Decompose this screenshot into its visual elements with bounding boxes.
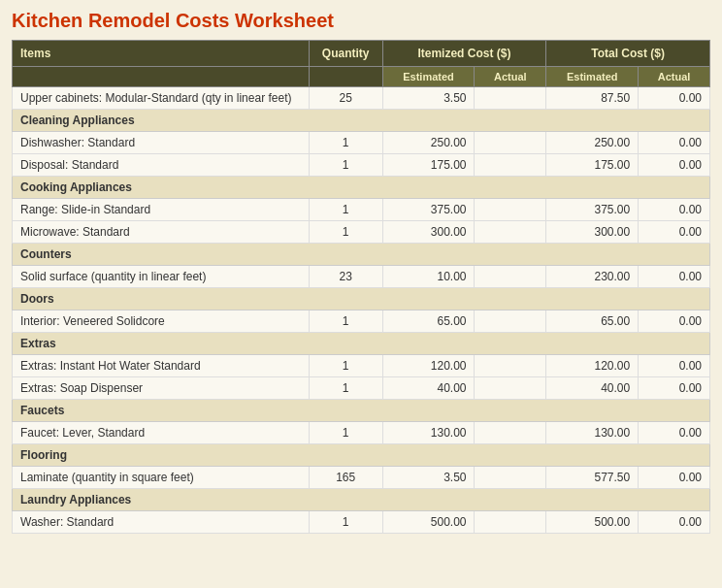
- item-qty: 165: [309, 467, 382, 489]
- item-qty: 1: [309, 377, 382, 400]
- item-name: Interior: Veneered Solidcore: [13, 310, 310, 333]
- item-actual: [475, 511, 546, 534]
- table-row: Laminate (quantity in square feet)1653.5…: [13, 467, 710, 489]
- table-row: Washer: Standard1500.00500.000.00: [13, 511, 710, 534]
- category-row: Laundry Appliances: [13, 489, 710, 511]
- item-qty: 1: [309, 154, 382, 177]
- item-total-actual: 0.00: [639, 154, 710, 177]
- item-qty: 1: [309, 511, 382, 534]
- category-label: Cleaning Appliances: [13, 110, 710, 132]
- item-name: Disposal: Standard: [13, 154, 310, 177]
- item-name: Upper cabinets: Modular-Standard (qty in…: [13, 87, 310, 110]
- item-name: Laminate (quantity in square feet): [13, 467, 310, 489]
- table-row: Upper cabinets: Modular-Standard (qty in…: [13, 87, 710, 110]
- item-total-actual: 0.00: [639, 87, 710, 110]
- item-name: Extras: Instant Hot Water Standard: [13, 355, 310, 377]
- item-total-est: 500.00: [546, 511, 639, 534]
- item-actual: [475, 132, 546, 154]
- item-total-est: 65.00: [546, 310, 639, 333]
- table-row: Dishwasher: Standard1250.00250.000.00: [13, 132, 710, 154]
- column-header-row-1: Items Quantity Itemized Cost ($) Total C…: [13, 41, 710, 67]
- item-total-est: 375.00: [546, 199, 639, 221]
- category-label: Doors: [13, 288, 710, 310]
- item-name: Range: Slide-in Standard: [13, 199, 310, 221]
- table-row: Microwave: Standard1300.00300.000.00: [13, 221, 710, 244]
- item-est: 500.00: [382, 511, 475, 534]
- item-actual: [475, 266, 546, 288]
- table-row: Interior: Veneered Solidcore165.0065.000…: [13, 310, 710, 333]
- item-total-actual: 0.00: [639, 221, 710, 244]
- col-header-total: Total Cost ($): [546, 41, 710, 67]
- subheader-actual-itemized: Actual: [475, 67, 546, 87]
- item-qty: 1: [309, 199, 382, 221]
- item-total-actual: 0.00: [639, 467, 710, 489]
- item-est: 375.00: [382, 199, 475, 221]
- item-est: 175.00: [382, 154, 475, 177]
- table-row: Faucet: Lever, Standard1130.00130.000.00: [13, 422, 710, 444]
- category-row: Doors: [13, 288, 710, 310]
- item-total-actual: 0.00: [639, 132, 710, 154]
- category-label: Counters: [13, 244, 710, 266]
- item-qty: 1: [309, 355, 382, 377]
- item-total-actual: 0.00: [639, 422, 710, 444]
- item-actual: [475, 199, 546, 221]
- category-row: Cleaning Appliances: [13, 110, 710, 132]
- item-qty: 1: [309, 310, 382, 333]
- item-name: Microwave: Standard: [13, 221, 310, 244]
- category-label: Laundry Appliances: [13, 489, 710, 511]
- item-total-est: 130.00: [546, 422, 639, 444]
- item-actual: [475, 221, 546, 244]
- item-total-actual: 0.00: [639, 511, 710, 534]
- item-est: 130.00: [382, 422, 475, 444]
- item-est: 300.00: [382, 221, 475, 244]
- col-header-items: Items: [13, 41, 310, 67]
- table-row: Range: Slide-in Standard1375.00375.000.0…: [13, 199, 710, 221]
- cost-table: Items Quantity Itemized Cost ($) Total C…: [12, 40, 710, 534]
- col-header-itemized: Itemized Cost ($): [382, 41, 546, 67]
- category-row: Extras: [13, 333, 710, 355]
- item-name: Washer: Standard: [13, 511, 310, 534]
- item-qty: 1: [309, 221, 382, 244]
- table-body: Upper cabinets: Modular-Standard (qty in…: [13, 87, 710, 534]
- item-total-est: 87.50: [546, 87, 639, 110]
- item-total-actual: 0.00: [639, 355, 710, 377]
- category-label: Extras: [13, 333, 710, 355]
- subheader-est-itemized: Estimated: [382, 67, 475, 87]
- item-est: 10.00: [382, 266, 475, 288]
- category-label: Cooking Appliances: [13, 177, 710, 199]
- item-actual: [475, 87, 546, 110]
- category-row: Faucets: [13, 400, 710, 422]
- item-total-est: 300.00: [546, 221, 639, 244]
- col-header-quantity: Quantity: [309, 41, 382, 67]
- item-actual: [475, 154, 546, 177]
- item-total-est: 577.50: [546, 467, 639, 489]
- item-qty: 25: [309, 87, 382, 110]
- item-actual: [475, 310, 546, 333]
- item-qty: 23: [309, 266, 382, 288]
- item-name: Extras: Soap Dispenser: [13, 377, 310, 400]
- subheader-empty-items: [13, 67, 310, 87]
- table-row: Extras: Instant Hot Water Standard1120.0…: [13, 355, 710, 377]
- category-label: Flooring: [13, 444, 710, 467]
- category-row: Flooring: [13, 444, 710, 467]
- item-total-actual: 0.00: [639, 199, 710, 221]
- item-est: 120.00: [382, 355, 475, 377]
- item-name: Faucet: Lever, Standard: [13, 422, 310, 444]
- item-est: 40.00: [382, 377, 475, 400]
- subheader-actual-total: Actual: [639, 67, 710, 87]
- item-actual: [475, 355, 546, 377]
- item-est: 65.00: [382, 310, 475, 333]
- item-name: Solid surface (quantity in linear feet): [13, 266, 310, 288]
- item-total-actual: 0.00: [639, 377, 710, 400]
- table-row: Solid surface (quantity in linear feet)2…: [13, 266, 710, 288]
- item-est: 250.00: [382, 132, 475, 154]
- item-total-actual: 0.00: [639, 310, 710, 333]
- item-actual: [475, 377, 546, 400]
- table-row: Extras: Soap Dispenser140.0040.000.00: [13, 377, 710, 400]
- item-qty: 1: [309, 422, 382, 444]
- item-qty: 1: [309, 132, 382, 154]
- page-title: Kitchen Remodel Costs Worksheet: [12, 10, 710, 32]
- table-row: Disposal: Standard1175.00175.000.00: [13, 154, 710, 177]
- item-name: Dishwasher: Standard: [13, 132, 310, 154]
- column-header-row-2: Estimated Actual Estimated Actual: [13, 67, 710, 87]
